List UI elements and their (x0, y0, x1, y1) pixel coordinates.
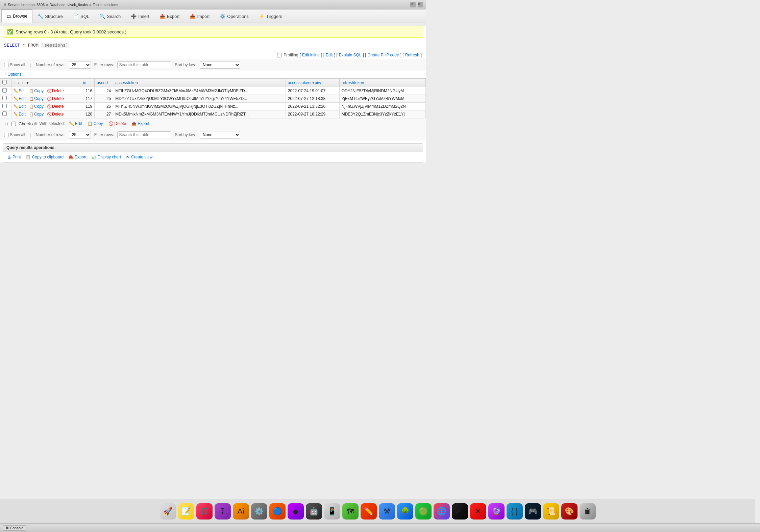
row-edit-link[interactable]: ✏️Edit (14, 104, 26, 109)
rows-label: Number of rows: (36, 62, 66, 67)
gear-icon[interactable]: ⚙ (410, 2, 416, 7)
row-refreshtoken: ODY2NjE5ZDIyMjRlNDM2NGUyM (339, 87, 425, 95)
row-checkbox-cell (0, 110, 11, 118)
export-link[interactable]: 📤 Export (68, 155, 87, 159)
sort-select-top[interactable]: None PRIMARY (id) (200, 61, 240, 69)
row-id: 116 (81, 87, 95, 95)
row-copy-link[interactable]: 📋Copy (29, 96, 44, 101)
row-checkbox[interactable] (2, 111, 7, 116)
row-edit-link[interactable]: ✏️Edit (14, 88, 26, 93)
bulk-edit-button[interactable]: ✏️ Edit (68, 121, 83, 127)
th-sort-dropdown[interactable]: ▼ (26, 80, 30, 85)
edit-inline-link[interactable]: Edit inline (302, 53, 320, 57)
sort-select-bottom[interactable]: None PRIMARY (id) (200, 131, 240, 138)
sort-accesstokenexpiry-link[interactable]: accesstokenexpiry (288, 80, 321, 85)
row-edit-link[interactable]: ✏️Edit (14, 112, 26, 117)
th-accesstokenexpiry[interactable]: accesstokenexpiry (286, 79, 339, 87)
tab-browse-label: Browse (13, 14, 27, 19)
options-toggle[interactable]: + Options (4, 72, 22, 77)
rows-select[interactable]: 25 50 100 (69, 61, 91, 69)
edit-icon: ✏️ (14, 89, 18, 93)
row-copy-link[interactable]: 📋Copy (29, 112, 44, 117)
tab-insert-label: Insert (138, 14, 149, 19)
row-checkbox[interactable] (2, 104, 7, 108)
database-link[interactable]: Database: vivek_9cabs (50, 3, 88, 7)
data-table: ←↕→ ▼ id userid accesstoken accesstokene… (0, 78, 426, 118)
window-icon: 🖥 (3, 3, 6, 7)
row-id: 117 (81, 95, 95, 103)
show-all-checkbox[interactable] (4, 63, 8, 67)
main-content: ✅ Showing rows 0 - 3 (4 total, Query too… (0, 26, 426, 162)
th-userid[interactable]: userid (95, 79, 113, 87)
sql-keyword: SELECT (4, 43, 20, 48)
check-all-checkbox[interactable] (11, 122, 16, 126)
edit-link[interactable]: Edit (326, 53, 333, 57)
tab-export[interactable]: 📤 Export (154, 9, 185, 23)
move-icon: ↑↓ (4, 121, 9, 126)
sort-id-link[interactable]: id (83, 80, 86, 85)
tab-import[interactable]: 📥 Import (185, 9, 215, 23)
row-delete-link[interactable]: 🚫Delete (47, 112, 64, 117)
titlebar-controls: ⚙ ✕ (410, 2, 423, 7)
row-accesstokenexpiry: 2022-07-24 19:01:07 (286, 87, 339, 95)
select-all-checkbox[interactable] (2, 80, 7, 84)
tab-triggers[interactable]: ⚡ Triggers (254, 9, 287, 23)
check-all-label: Check all (19, 121, 36, 126)
th-id[interactable]: id (81, 79, 95, 87)
filter-input-bottom[interactable] (117, 131, 171, 138)
copy-row-icon: 📋 (29, 104, 34, 108)
row-delete-link[interactable]: 🚫Delete (47, 96, 64, 101)
th-accesstoken[interactable]: accesstoken (113, 79, 286, 87)
query-ops-title: Query results operations (3, 144, 423, 152)
row-edit-link[interactable]: ✏️Edit (14, 96, 26, 101)
close-icon[interactable]: ✕ (418, 2, 423, 7)
sort-refreshtoken-link[interactable]: refreshtoken (342, 80, 364, 85)
row-accesstokenexpiry: 2022-09-27 18:22:29 (286, 110, 339, 118)
search-icon: 🔍 (99, 14, 105, 19)
bottom-filter-label: Filter rows: (94, 132, 114, 137)
row-checkbox[interactable] (2, 96, 7, 100)
th-sort[interactable]: ←↕→ ▼ (11, 79, 81, 87)
explain-sql-link[interactable]: Explain SQL (339, 53, 362, 57)
copy-row-icon: 📋 (29, 112, 34, 116)
table-link[interactable]: Table: sessions (93, 3, 118, 7)
tab-insert[interactable]: ➕ Insert (126, 9, 154, 23)
display-chart-link[interactable]: 📊 Display chart (91, 155, 121, 159)
tab-sql[interactable]: 📄 SQL (68, 9, 94, 23)
sort-userid-link[interactable]: userid (97, 80, 108, 85)
bulk-delete-button[interactable]: 🚫 Delete (107, 121, 128, 127)
create-view-link[interactable]: 👁 Create view (126, 155, 152, 159)
tab-browse[interactable]: 🗂 Browse (1, 9, 32, 23)
copy-row-icon: 📋 (29, 97, 34, 101)
clipboard-icon: 📋 (26, 155, 31, 159)
bottom-sort-label: Sort by key: (175, 132, 196, 137)
tab-operations[interactable]: ⚙️ Operations (215, 9, 254, 23)
bulk-copy-button[interactable]: 📋 Copy (86, 121, 104, 127)
query-ops-section: Query results operations 🖨 Print 📋 Copy … (3, 143, 423, 162)
row-accesstoken: MDY2ZTUxYzk3YjU0MTY3OWYxMDI5OTJlMmY2Yzgz… (113, 95, 286, 103)
filter-input-top[interactable] (117, 61, 171, 68)
row-copy-link[interactable]: 📋Copy (29, 104, 44, 109)
row-checkbox[interactable] (2, 88, 7, 93)
bottom-separator: | (30, 132, 31, 137)
th-refreshtoken[interactable]: refreshtoken (339, 79, 425, 87)
server-link[interactable]: Server: localhost:3306 (8, 3, 45, 7)
print-icon: 🖨 (7, 155, 11, 159)
copy-clipboard-link[interactable]: 📋 Copy to clipboard (26, 155, 64, 159)
check-all-row: ↑↓ Check all With selected: ✏️ Edit 📋 Co… (0, 118, 426, 129)
row-delete-link[interactable]: 🚫Delete (47, 104, 64, 109)
tab-search[interactable]: 🔍 Search (94, 9, 126, 23)
row-delete-link[interactable]: 🚫Delete (47, 88, 64, 93)
refresh-link[interactable]: Refresh (405, 53, 419, 57)
export-icon: 📤 (160, 14, 165, 19)
create-php-link[interactable]: Create PHP code (367, 53, 399, 57)
profiling-checkbox[interactable] (277, 53, 281, 57)
bottom-rows-select[interactable]: 25 50 100 (69, 131, 91, 138)
print-link[interactable]: 🖨 Print (7, 155, 21, 159)
bottom-show-all-checkbox[interactable] (4, 133, 8, 137)
delete-icon: 🚫 (108, 121, 114, 126)
tab-structure[interactable]: 🔧 Structure (32, 9, 68, 23)
sort-accesstoken-link[interactable]: accesstoken (115, 80, 138, 85)
row-copy-link[interactable]: 📋Copy (29, 88, 44, 93)
bulk-export-button[interactable]: 📤 Export (130, 121, 151, 127)
